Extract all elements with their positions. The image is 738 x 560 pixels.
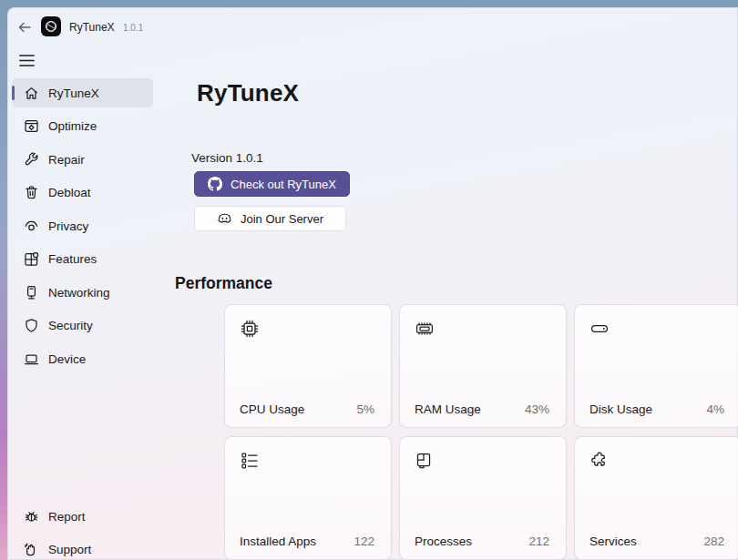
card-value: 4% [706, 402, 724, 416]
sidebar-item-label: RyTuneX [48, 87, 99, 100]
sidebar-item-label: Device [48, 352, 86, 366]
performance-section-title: Performance [175, 274, 272, 293]
sidebar-item-device[interactable]: Device [12, 344, 153, 373]
sidebar-item-label: Report [48, 510, 86, 524]
network-device-icon [24, 285, 39, 300]
sidebar-item-optimize[interactable]: Optimize [12, 112, 153, 141]
sidebar-item-report[interactable]: Report [12, 502, 153, 531]
hamburger-menu-icon [19, 55, 35, 66]
card-label: Processes [415, 535, 472, 548]
card-label: Installed Apps [240, 535, 316, 548]
sidebar-item-networking[interactable]: Networking [12, 278, 153, 307]
bug-icon [24, 509, 39, 524]
discord-icon [217, 212, 232, 226]
version-label: Version 1.0.1 [191, 151, 263, 165]
disk-icon [589, 319, 610, 339]
sidebar-item-label: Privacy [48, 219, 88, 233]
sidebar-item-label: Repair [48, 153, 85, 167]
installed-apps-icon [240, 451, 260, 471]
features-grid-icon [24, 251, 39, 267]
selection-indicator [12, 86, 15, 100]
button-label: Check out RyTuneX [231, 178, 336, 191]
support-hand-icon [24, 542, 39, 557]
back-button[interactable] [16, 19, 33, 36]
sidebar-item-debloat[interactable]: Debloat [12, 178, 153, 208]
sidebar-footer: Report Support [12, 502, 153, 560]
disk-usage-card: Disk Usage 4% [574, 304, 738, 428]
services-card: Services 282 [574, 436, 738, 560]
app-title: RyTuneX [69, 21, 115, 34]
sidebar-item-label: Support [48, 543, 91, 556]
cpu-usage-card: CPU Usage 5% [224, 304, 392, 428]
sidebar-item-label: Features [48, 252, 97, 266]
performance-cards: CPU Usage 5% RAM Usage 43% Disk Usage [224, 304, 738, 560]
sidebar-item-label: Networking [48, 286, 110, 300]
rytunex-logo-icon [41, 16, 61, 36]
optimize-icon [24, 118, 39, 134]
privacy-eye-icon [24, 219, 39, 234]
sidebar-item-label: Security [48, 319, 93, 332]
card-label: Disk Usage [589, 402, 652, 416]
laptop-icon [24, 351, 39, 367]
check-out-rytunex-button[interactable]: Check out RyTuneX [194, 171, 350, 197]
processes-icon [415, 451, 435, 471]
ram-icon [415, 319, 435, 339]
sidebar-item-label: Optimize [48, 119, 97, 133]
services-puzzle-icon [589, 451, 610, 471]
shield-icon [24, 318, 39, 333]
sidebar-item-privacy[interactable]: Privacy [12, 211, 153, 240]
trash-icon [24, 185, 39, 200]
join-server-button[interactable]: Join Our Server [194, 206, 346, 231]
sidebar-item-label: Debloat [48, 186, 91, 199]
installed-apps-card: Installed Apps 122 [224, 436, 392, 560]
card-label: RAM Usage [415, 402, 481, 416]
sidebar-item-features[interactable]: Features [12, 245, 153, 274]
wrench-icon [24, 152, 39, 168]
sidebar-item-repair[interactable]: Repair [12, 145, 153, 174]
card-value: 282 [703, 535, 724, 548]
card-label: CPU Usage [240, 402, 304, 416]
home-icon [24, 86, 39, 101]
page-title: RyTuneX [197, 79, 299, 107]
sidebar: RyTuneX Optimize Repair [12, 78, 153, 378]
sidebar-item-support[interactable]: Support [12, 535, 153, 560]
sidebar-item-rytunex[interactable]: RyTuneX [12, 78, 153, 107]
github-icon [208, 177, 222, 191]
card-value: 212 [528, 535, 549, 548]
app-version: 1.0.1 [123, 23, 143, 33]
card-value: 43% [525, 402, 549, 416]
hamburger-menu-button[interactable] [19, 55, 35, 66]
card-value: 122 [354, 535, 374, 548]
card-label: Services [589, 535, 637, 548]
button-label: Join Our Server [241, 212, 323, 226]
back-arrow-icon [16, 19, 33, 36]
card-value: 5% [356, 402, 374, 416]
ram-usage-card: RAM Usage 43% [399, 304, 567, 428]
sidebar-item-security[interactable]: Security [12, 311, 153, 341]
app-window: RyTuneX 1.0.1 RyTuneX Optim [7, 7, 738, 560]
processes-card: Processes 212 [399, 436, 567, 560]
cpu-icon [240, 319, 260, 339]
